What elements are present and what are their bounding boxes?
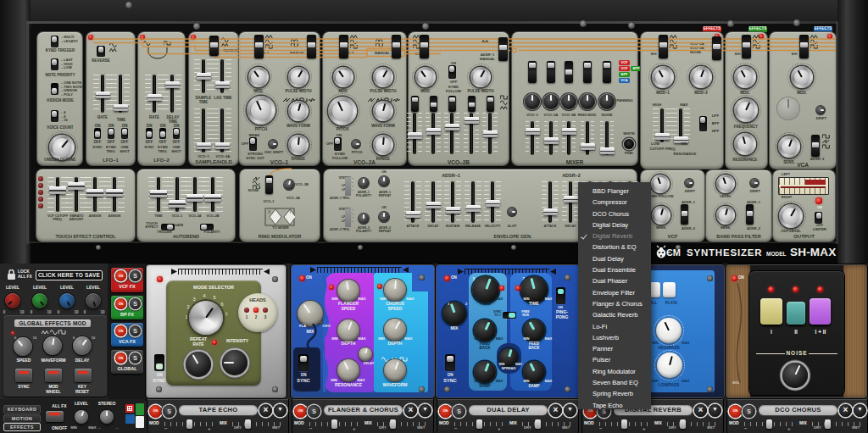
svg-text:6: 6: [220, 302, 223, 307]
svg-text:2: 2: [186, 304, 189, 309]
svg-text:3: 3: [192, 297, 195, 302]
svg-text:5: 5: [213, 295, 215, 300]
